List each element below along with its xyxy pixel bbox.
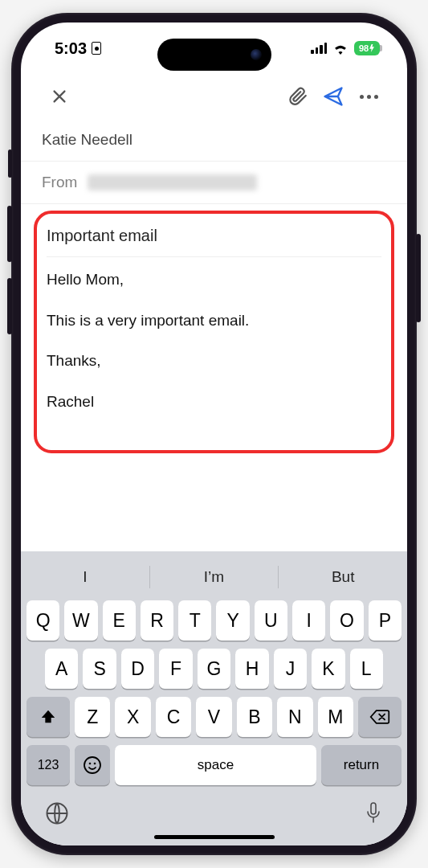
send-button[interactable] (316, 79, 351, 114)
shift-icon (39, 708, 57, 726)
svg-point-1 (89, 763, 92, 765)
key-g[interactable]: G (198, 649, 230, 689)
suggestion[interactable]: I (21, 568, 149, 586)
key-a[interactable]: A (45, 649, 78, 689)
svg-rect-4 (371, 803, 376, 814)
backspace-key[interactable] (358, 697, 402, 737)
iphone-frame: 5:03 98 (11, 13, 417, 855)
key-h[interactable]: H (235, 649, 268, 689)
close-button[interactable] (42, 79, 77, 114)
compose-toolbar (21, 74, 407, 119)
key-x[interactable]: X (115, 697, 150, 737)
key-s[interactable]: S (83, 649, 116, 689)
key-z[interactable]: Z (75, 697, 110, 737)
key-row-3: ZXCVBNM (21, 693, 407, 741)
key-t[interactable]: T (178, 600, 211, 641)
from-label: From (42, 174, 77, 191)
key-p[interactable]: P (369, 600, 402, 641)
body-line: Rachel (47, 391, 381, 414)
key-b[interactable]: B (237, 697, 272, 737)
power-button (416, 234, 421, 322)
key-v[interactable]: V (196, 697, 231, 737)
cellular-icon (311, 43, 327, 54)
dictation-key[interactable] (364, 801, 383, 825)
suggestion[interactable]: But (278, 566, 407, 588)
home-indicator[interactable] (154, 835, 275, 839)
key-r[interactable]: R (141, 600, 173, 641)
key-o[interactable]: O (330, 600, 363, 641)
from-address-redacted (88, 174, 257, 190)
key-row-1: QWERTYUIOP (21, 596, 407, 645)
backspace-icon (369, 708, 390, 726)
key-row-2: ASDFGHJKL (21, 645, 407, 693)
screen: 5:03 98 (21, 23, 407, 845)
ringer-switch (8, 149, 12, 178)
return-key[interactable]: return (321, 745, 402, 785)
send-icon (322, 85, 344, 108)
dynamic-island (157, 39, 271, 71)
body-line: Hello Mom, (47, 268, 381, 292)
svg-point-0 (84, 757, 100, 773)
recipient-name: Katie Needell (42, 131, 132, 148)
to-field[interactable]: Katie Needell (21, 119, 407, 162)
key-u[interactable]: U (255, 600, 287, 641)
shift-key[interactable] (26, 697, 70, 737)
svg-point-2 (94, 763, 96, 765)
key-k[interactable]: K (312, 649, 344, 689)
key-f[interactable]: F (159, 649, 192, 689)
close-icon (51, 88, 68, 105)
body-line: Thanks, (47, 350, 381, 373)
body-field[interactable]: Hello Mom, This is a very important emai… (47, 257, 381, 413)
space-key[interactable]: space (115, 745, 316, 785)
key-j[interactable]: J (274, 649, 307, 689)
volume-down (7, 278, 12, 334)
key-i[interactable]: I (292, 600, 325, 641)
paperclip-icon (287, 86, 308, 107)
suggestion[interactable]: I’m (149, 566, 279, 588)
battery-indicator: 98 (354, 41, 380, 55)
key-y[interactable]: Y (216, 600, 249, 641)
key-m[interactable]: M (318, 697, 353, 737)
body-line: This is a very important email. (47, 309, 381, 333)
wifi-icon (332, 43, 349, 55)
sim-icon (92, 42, 101, 55)
ios-keyboard: I I’m But QWERTYUIOP ASDFGHJKL ZXCVBNM 1… (21, 551, 407, 845)
key-n[interactable]: N (277, 697, 312, 737)
key-l[interactable]: L (350, 649, 383, 689)
volume-up (7, 206, 12, 262)
status-time: 5:03 (55, 39, 87, 58)
globe-key[interactable] (45, 801, 69, 825)
key-e[interactable]: E (103, 600, 136, 641)
key-q[interactable]: Q (26, 600, 59, 641)
key-row-4: 123 space return (21, 741, 407, 787)
key-d[interactable]: D (121, 649, 154, 689)
more-button[interactable] (351, 79, 386, 114)
key-c[interactable]: C (156, 697, 191, 737)
key-w[interactable]: W (64, 600, 97, 641)
suggestion-bar: I I’m But (21, 558, 407, 596)
annotation-highlight-box: Important email Hello Mom, This is a ver… (34, 211, 394, 453)
from-field[interactable]: From (21, 162, 407, 204)
emoji-icon (83, 755, 102, 775)
subject-field[interactable]: Important email (47, 227, 157, 244)
emoji-key[interactable] (75, 745, 110, 785)
attach-button[interactable] (280, 79, 316, 114)
numbers-key[interactable]: 123 (26, 745, 70, 785)
